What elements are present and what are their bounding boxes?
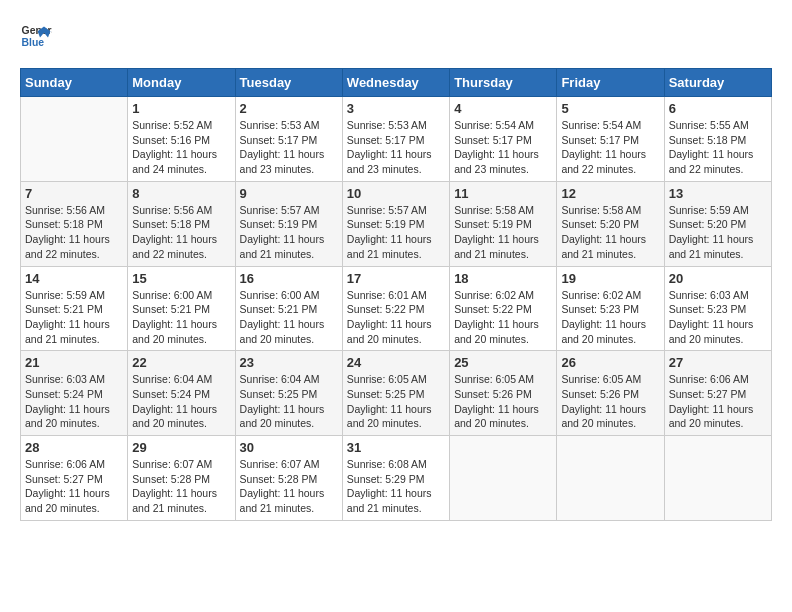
calendar-cell: 15Sunrise: 6:00 AMSunset: 5:21 PMDayligh… bbox=[128, 266, 235, 351]
day-number: 18 bbox=[454, 271, 552, 286]
calendar-cell: 5Sunrise: 5:54 AMSunset: 5:17 PMDaylight… bbox=[557, 97, 664, 182]
day-info: Sunrise: 5:59 AMSunset: 5:21 PMDaylight:… bbox=[25, 288, 123, 347]
calendar-cell: 4Sunrise: 5:54 AMSunset: 5:17 PMDaylight… bbox=[450, 97, 557, 182]
day-number: 25 bbox=[454, 355, 552, 370]
day-number: 29 bbox=[132, 440, 230, 455]
day-number: 23 bbox=[240, 355, 338, 370]
day-info: Sunrise: 6:07 AMSunset: 5:28 PMDaylight:… bbox=[132, 457, 230, 516]
day-number: 22 bbox=[132, 355, 230, 370]
calendar-cell: 10Sunrise: 5:57 AMSunset: 5:19 PMDayligh… bbox=[342, 181, 449, 266]
calendar-cell: 26Sunrise: 6:05 AMSunset: 5:26 PMDayligh… bbox=[557, 351, 664, 436]
logo: General Blue bbox=[20, 20, 52, 52]
calendar-table: SundayMondayTuesdayWednesdayThursdayFrid… bbox=[20, 68, 772, 521]
calendar-cell: 30Sunrise: 6:07 AMSunset: 5:28 PMDayligh… bbox=[235, 436, 342, 521]
day-info: Sunrise: 5:52 AMSunset: 5:16 PMDaylight:… bbox=[132, 118, 230, 177]
calendar-cell: 24Sunrise: 6:05 AMSunset: 5:25 PMDayligh… bbox=[342, 351, 449, 436]
weekday-header-monday: Monday bbox=[128, 69, 235, 97]
calendar-cell: 27Sunrise: 6:06 AMSunset: 5:27 PMDayligh… bbox=[664, 351, 771, 436]
day-number: 16 bbox=[240, 271, 338, 286]
day-info: Sunrise: 5:58 AMSunset: 5:20 PMDaylight:… bbox=[561, 203, 659, 262]
weekday-header-friday: Friday bbox=[557, 69, 664, 97]
calendar-cell: 14Sunrise: 5:59 AMSunset: 5:21 PMDayligh… bbox=[21, 266, 128, 351]
day-number: 26 bbox=[561, 355, 659, 370]
day-info: Sunrise: 5:58 AMSunset: 5:19 PMDaylight:… bbox=[454, 203, 552, 262]
day-number: 19 bbox=[561, 271, 659, 286]
day-info: Sunrise: 5:53 AMSunset: 5:17 PMDaylight:… bbox=[347, 118, 445, 177]
day-number: 8 bbox=[132, 186, 230, 201]
day-info: Sunrise: 5:56 AMSunset: 5:18 PMDaylight:… bbox=[132, 203, 230, 262]
day-number: 30 bbox=[240, 440, 338, 455]
calendar-cell: 11Sunrise: 5:58 AMSunset: 5:19 PMDayligh… bbox=[450, 181, 557, 266]
calendar-cell: 20Sunrise: 6:03 AMSunset: 5:23 PMDayligh… bbox=[664, 266, 771, 351]
day-number: 2 bbox=[240, 101, 338, 116]
calendar-cell: 6Sunrise: 5:55 AMSunset: 5:18 PMDaylight… bbox=[664, 97, 771, 182]
day-number: 4 bbox=[454, 101, 552, 116]
weekday-header-sunday: Sunday bbox=[21, 69, 128, 97]
day-info: Sunrise: 5:55 AMSunset: 5:18 PMDaylight:… bbox=[669, 118, 767, 177]
day-number: 28 bbox=[25, 440, 123, 455]
day-number: 1 bbox=[132, 101, 230, 116]
svg-text:Blue: Blue bbox=[22, 37, 45, 48]
logo-icon: General Blue bbox=[20, 20, 52, 52]
calendar-cell: 12Sunrise: 5:58 AMSunset: 5:20 PMDayligh… bbox=[557, 181, 664, 266]
day-number: 6 bbox=[669, 101, 767, 116]
calendar-cell bbox=[21, 97, 128, 182]
day-number: 9 bbox=[240, 186, 338, 201]
day-number: 15 bbox=[132, 271, 230, 286]
day-info: Sunrise: 6:04 AMSunset: 5:25 PMDaylight:… bbox=[240, 372, 338, 431]
page-header: General Blue bbox=[20, 20, 772, 52]
day-info: Sunrise: 6:07 AMSunset: 5:28 PMDaylight:… bbox=[240, 457, 338, 516]
calendar-cell: 13Sunrise: 5:59 AMSunset: 5:20 PMDayligh… bbox=[664, 181, 771, 266]
day-number: 11 bbox=[454, 186, 552, 201]
calendar-cell: 31Sunrise: 6:08 AMSunset: 5:29 PMDayligh… bbox=[342, 436, 449, 521]
day-info: Sunrise: 6:00 AMSunset: 5:21 PMDaylight:… bbox=[132, 288, 230, 347]
calendar-cell bbox=[450, 436, 557, 521]
calendar-cell: 25Sunrise: 6:05 AMSunset: 5:26 PMDayligh… bbox=[450, 351, 557, 436]
day-number: 7 bbox=[25, 186, 123, 201]
day-info: Sunrise: 6:05 AMSunset: 5:26 PMDaylight:… bbox=[454, 372, 552, 431]
calendar-cell: 8Sunrise: 5:56 AMSunset: 5:18 PMDaylight… bbox=[128, 181, 235, 266]
day-info: Sunrise: 6:06 AMSunset: 5:27 PMDaylight:… bbox=[669, 372, 767, 431]
day-info: Sunrise: 6:03 AMSunset: 5:24 PMDaylight:… bbox=[25, 372, 123, 431]
day-info: Sunrise: 5:57 AMSunset: 5:19 PMDaylight:… bbox=[347, 203, 445, 262]
calendar-cell: 1Sunrise: 5:52 AMSunset: 5:16 PMDaylight… bbox=[128, 97, 235, 182]
calendar-cell: 22Sunrise: 6:04 AMSunset: 5:24 PMDayligh… bbox=[128, 351, 235, 436]
day-info: Sunrise: 6:05 AMSunset: 5:25 PMDaylight:… bbox=[347, 372, 445, 431]
day-number: 5 bbox=[561, 101, 659, 116]
day-info: Sunrise: 6:08 AMSunset: 5:29 PMDaylight:… bbox=[347, 457, 445, 516]
day-info: Sunrise: 6:03 AMSunset: 5:23 PMDaylight:… bbox=[669, 288, 767, 347]
calendar-cell: 19Sunrise: 6:02 AMSunset: 5:23 PMDayligh… bbox=[557, 266, 664, 351]
calendar-cell: 21Sunrise: 6:03 AMSunset: 5:24 PMDayligh… bbox=[21, 351, 128, 436]
day-info: Sunrise: 5:54 AMSunset: 5:17 PMDaylight:… bbox=[454, 118, 552, 177]
day-info: Sunrise: 6:05 AMSunset: 5:26 PMDaylight:… bbox=[561, 372, 659, 431]
weekday-header-wednesday: Wednesday bbox=[342, 69, 449, 97]
day-info: Sunrise: 5:53 AMSunset: 5:17 PMDaylight:… bbox=[240, 118, 338, 177]
day-info: Sunrise: 5:56 AMSunset: 5:18 PMDaylight:… bbox=[25, 203, 123, 262]
day-info: Sunrise: 5:59 AMSunset: 5:20 PMDaylight:… bbox=[669, 203, 767, 262]
day-number: 13 bbox=[669, 186, 767, 201]
calendar-cell: 16Sunrise: 6:00 AMSunset: 5:21 PMDayligh… bbox=[235, 266, 342, 351]
day-info: Sunrise: 6:04 AMSunset: 5:24 PMDaylight:… bbox=[132, 372, 230, 431]
weekday-header-tuesday: Tuesday bbox=[235, 69, 342, 97]
day-info: Sunrise: 6:00 AMSunset: 5:21 PMDaylight:… bbox=[240, 288, 338, 347]
calendar-cell bbox=[557, 436, 664, 521]
day-number: 31 bbox=[347, 440, 445, 455]
day-number: 17 bbox=[347, 271, 445, 286]
calendar-cell: 28Sunrise: 6:06 AMSunset: 5:27 PMDayligh… bbox=[21, 436, 128, 521]
day-info: Sunrise: 5:54 AMSunset: 5:17 PMDaylight:… bbox=[561, 118, 659, 177]
calendar-cell: 2Sunrise: 5:53 AMSunset: 5:17 PMDaylight… bbox=[235, 97, 342, 182]
calendar-cell: 23Sunrise: 6:04 AMSunset: 5:25 PMDayligh… bbox=[235, 351, 342, 436]
day-number: 10 bbox=[347, 186, 445, 201]
weekday-header-thursday: Thursday bbox=[450, 69, 557, 97]
calendar-cell: 7Sunrise: 5:56 AMSunset: 5:18 PMDaylight… bbox=[21, 181, 128, 266]
weekday-header-saturday: Saturday bbox=[664, 69, 771, 97]
day-number: 14 bbox=[25, 271, 123, 286]
calendar-cell: 9Sunrise: 5:57 AMSunset: 5:19 PMDaylight… bbox=[235, 181, 342, 266]
day-number: 27 bbox=[669, 355, 767, 370]
calendar-cell bbox=[664, 436, 771, 521]
day-number: 3 bbox=[347, 101, 445, 116]
day-number: 24 bbox=[347, 355, 445, 370]
day-info: Sunrise: 6:02 AMSunset: 5:23 PMDaylight:… bbox=[561, 288, 659, 347]
calendar-cell: 29Sunrise: 6:07 AMSunset: 5:28 PMDayligh… bbox=[128, 436, 235, 521]
calendar-cell: 18Sunrise: 6:02 AMSunset: 5:22 PMDayligh… bbox=[450, 266, 557, 351]
